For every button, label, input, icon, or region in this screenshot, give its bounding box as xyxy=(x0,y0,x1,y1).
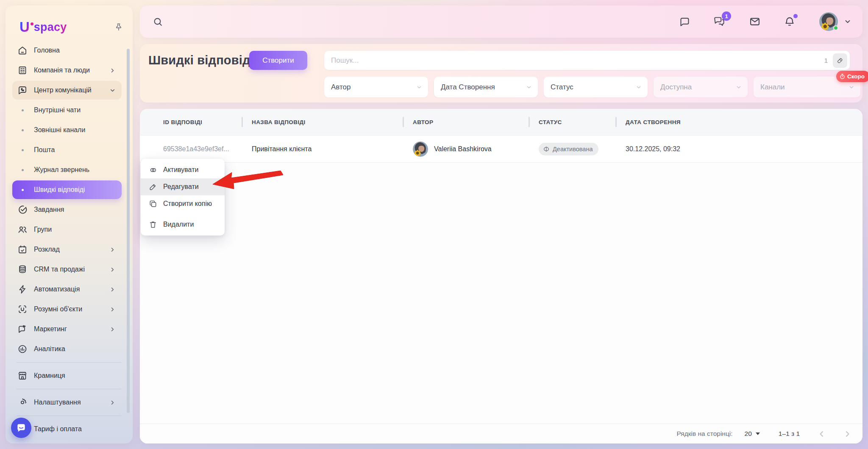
sidebar-item-internal-chats[interactable]: Внутрішні чати xyxy=(12,101,122,119)
search-input[interactable] xyxy=(324,51,824,70)
sidebar-item-label: Крамниця xyxy=(34,372,65,380)
column-header-author[interactable]: АВТОР xyxy=(403,119,529,125)
sidebar-item-shop[interactable]: Крамниця xyxy=(12,366,122,385)
sidebar-item-company[interactable]: Компанія та люди xyxy=(12,61,122,80)
sidebar-item-label: Тариф і оплата xyxy=(34,425,82,433)
context-menu-label: Створити копію xyxy=(163,200,212,208)
external-chats-icon[interactable]: 1 xyxy=(713,16,726,28)
sidebar-item-smart-objects[interactable]: Розумні об'єкти xyxy=(12,300,122,319)
sidebar-item-label: Маркетинг xyxy=(34,325,67,333)
bullet-icon xyxy=(17,105,28,115)
groups-icon xyxy=(17,224,28,235)
sidebar-item-crm[interactable]: CRM та продажі xyxy=(12,260,122,279)
quick-replies-table: ID ВІДПОВІДІ НАЗВА ВІДПОВІДІ АВТОР СТАТУ… xyxy=(140,109,862,443)
support-chat-button[interactable] xyxy=(11,418,31,438)
schedule-icon xyxy=(17,244,28,255)
uspacy-logo[interactable]: U spacy xyxy=(19,21,67,33)
filters-row: Автор Дата Створення Статус Доступна Кан… xyxy=(324,77,860,97)
sidebar-scrollbar[interactable] xyxy=(127,49,130,413)
sidebar-item-quick-replies[interactable]: Швидкі відповіді xyxy=(12,180,122,199)
sidebar-divider xyxy=(17,362,122,363)
context-menu-activate[interactable]: Активувати xyxy=(141,161,225,178)
search-filter-count: 1 xyxy=(824,57,828,64)
pencil-icon xyxy=(148,183,158,191)
chat-count-badge: 1 xyxy=(722,11,731,21)
filter-created-date[interactable]: Дата Створення xyxy=(434,77,538,97)
create-button[interactable]: Створити xyxy=(249,51,307,70)
next-page-button[interactable] xyxy=(843,430,851,438)
sidebar-divider xyxy=(17,389,122,389)
bullet-icon xyxy=(17,185,28,195)
filter-panel: Швидкі відповіді Створити 1 Автор Дата С… xyxy=(140,44,862,103)
sidebar-item-schedule[interactable]: Розклад xyxy=(12,240,122,259)
status-label: Деактивована xyxy=(553,146,593,152)
topbar: 1 xyxy=(140,6,862,38)
bullet-icon xyxy=(17,165,28,175)
search-box: 1 xyxy=(324,51,850,70)
filter-label: Автор xyxy=(331,83,351,91)
soon-badge-label: Скоро xyxy=(847,73,865,80)
timer-icon xyxy=(839,73,846,80)
pin-sidebar-icon[interactable] xyxy=(114,22,123,32)
profile-chevron-down-icon[interactable] xyxy=(844,18,851,25)
bullet-icon xyxy=(17,145,28,155)
sidebar-item-mail[interactable]: Пошта xyxy=(12,141,122,159)
global-search-icon[interactable] xyxy=(153,17,163,27)
clear-filters-button[interactable] xyxy=(833,53,847,68)
mail-icon[interactable] xyxy=(749,16,761,28)
activate-icon xyxy=(148,166,158,175)
context-menu-edit[interactable]: Редагувати xyxy=(141,178,225,195)
filter-status[interactable]: Статус xyxy=(544,77,648,97)
filter-label: Статус xyxy=(551,83,573,91)
cell-reply-name: Привітання клієнта xyxy=(242,145,403,153)
sidebar-item-label: CRM та продажі xyxy=(34,266,85,273)
sidebar-item-analytics[interactable]: Аналітика xyxy=(12,340,122,358)
chevron-right-icon xyxy=(109,326,116,333)
deactivated-icon xyxy=(543,146,550,152)
sidebar-item-label: Швидкі відповіді xyxy=(34,186,85,194)
sidebar-item-label: Налаштування xyxy=(34,399,81,406)
context-menu-copy[interactable]: Створити копію xyxy=(141,195,225,212)
trash-icon xyxy=(148,220,158,229)
copy-icon xyxy=(148,200,158,208)
filter-label: Доступна xyxy=(660,83,692,91)
sidebar-item-label: Зовнішні канали xyxy=(34,126,85,134)
table-header-row: ID ВІДПОВІДІ НАЗВА ВІДПОВІДІ АВТОР СТАТУ… xyxy=(140,109,862,136)
sidebar-item-marketing[interactable]: Маркетинг xyxy=(12,320,122,338)
column-header-status[interactable]: СТАТУС xyxy=(529,119,615,125)
cell-created-date: 30.12.2025, 09:32 xyxy=(615,145,862,153)
chevron-right-icon xyxy=(109,247,116,253)
column-header-name[interactable]: НАЗВА ВІДПОВІДІ xyxy=(242,119,403,125)
author-avatar xyxy=(413,141,428,157)
sidebar-nav: Головна Компанія та люди Центр комунікац… xyxy=(6,41,133,440)
notification-dot xyxy=(793,14,798,18)
sidebar-item-tasks[interactable]: Завдання xyxy=(12,200,122,219)
filter-author[interactable]: Автор xyxy=(324,77,428,97)
sidebar-item-groups[interactable]: Групи xyxy=(12,220,122,239)
caret-down-icon xyxy=(756,432,760,435)
rows-per-page-select[interactable]: 20 xyxy=(745,430,760,438)
context-menu-label: Видалити xyxy=(163,221,194,228)
rows-per-page-label: Рядків на сторінці: xyxy=(676,430,732,438)
column-header-created[interactable]: ДАТА СТВОРЕННЯ xyxy=(615,119,862,125)
previous-page-button[interactable] xyxy=(818,430,826,438)
table-row[interactable]: 69538e1a43e9ef3ef... Привітання клієнта xyxy=(140,136,862,163)
sidebar-item-label: Групи xyxy=(34,226,52,233)
sidebar-item-label: Пошта xyxy=(34,146,55,154)
author-name: Valeriia Bashkirova xyxy=(434,145,492,153)
context-menu-delete[interactable]: Видалити xyxy=(141,216,225,233)
shop-icon xyxy=(17,371,28,381)
user-avatar[interactable] xyxy=(819,12,838,31)
sidebar-item-communication-center[interactable]: Центр комунікацій xyxy=(12,81,122,100)
sidebar-item-automation[interactable]: Автоматизація xyxy=(12,280,122,299)
chevron-down-icon xyxy=(109,87,116,94)
sidebar-item-home[interactable]: Головна xyxy=(12,41,122,60)
sidebar-item-external-channels[interactable]: Зовнішні канали xyxy=(12,121,122,139)
sidebar-item-label: Компанія та люди xyxy=(34,67,90,74)
sidebar-item-request-log[interactable]: Журнал звернень xyxy=(12,161,122,179)
sidebar-item-settings[interactable]: Налаштування xyxy=(12,393,122,412)
cell-reply-id: 69538e1a43e9ef3ef... xyxy=(140,145,242,153)
notifications-bell-icon[interactable] xyxy=(784,16,796,28)
internal-chat-icon[interactable] xyxy=(679,16,690,28)
column-header-id[interactable]: ID ВІДПОВІДІ xyxy=(140,119,242,125)
